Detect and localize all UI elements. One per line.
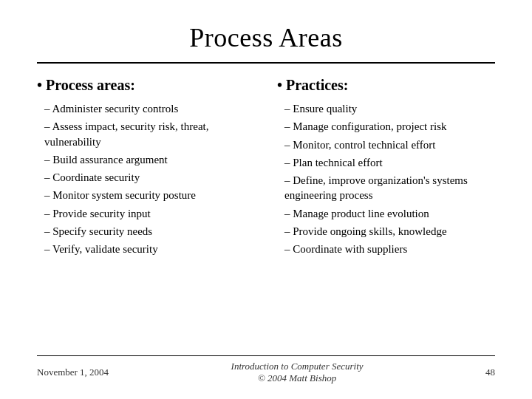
content-area: • Process areas: Administer security con… [37, 77, 495, 348]
list-item: Coordinate security [37, 170, 255, 185]
list-item: Plan technical effort [277, 155, 495, 170]
list-item: Specify security needs [37, 224, 255, 239]
list-item: Manage configuration, project risk [277, 119, 495, 134]
right-bullet-symbol: • [277, 77, 286, 93]
list-item: Define, improve organization's systems e… [277, 173, 495, 203]
list-item: Assess impact, security risk, threat, vu… [37, 119, 255, 149]
footer: November 1, 2004 Introduction to Compute… [37, 355, 495, 384]
left-column-list: Administer security controlsAssess impac… [37, 101, 255, 256]
slide: Process Areas • Process areas: Administe… [0, 0, 532, 399]
left-bullet-symbol: • [37, 77, 46, 93]
right-column-title: Practices: [286, 77, 348, 93]
list-item: Ensure quality [277, 101, 495, 116]
left-column: • Process areas: Administer security con… [37, 77, 255, 348]
list-item: Monitor system security posture [37, 188, 255, 202]
list-item: Administer security controls [37, 101, 255, 116]
right-column-list: Ensure qualityManage configuration, proj… [277, 101, 495, 256]
list-item: Build assurance argument [37, 152, 255, 167]
footer-date: November 1, 2004 [37, 366, 109, 378]
footer-center: Introduction to Computer Security © 2004… [231, 361, 364, 384]
list-item: Provide ongoing skills, knowledge [277, 224, 495, 239]
right-column: • Practices: Ensure qualityManage config… [277, 77, 495, 348]
list-item: Monitor, control technical effort [277, 137, 495, 152]
list-item: Coordinate with suppliers [277, 242, 495, 256]
left-column-header: • Process areas: [37, 77, 255, 94]
footer-page: 48 [485, 366, 495, 378]
list-item: Provide security input [37, 206, 255, 221]
footer-center-line2: © 2004 Matt Bishop [231, 372, 364, 384]
right-column-header: • Practices: [277, 77, 495, 94]
list-item: Verify, validate security [37, 242, 255, 256]
slide-title: Process Areas [37, 22, 495, 53]
title-divider [37, 62, 495, 64]
list-item: Manage product line evolution [277, 206, 495, 221]
left-column-title: Process areas: [46, 77, 135, 93]
footer-center-line1: Introduction to Computer Security [231, 361, 364, 372]
